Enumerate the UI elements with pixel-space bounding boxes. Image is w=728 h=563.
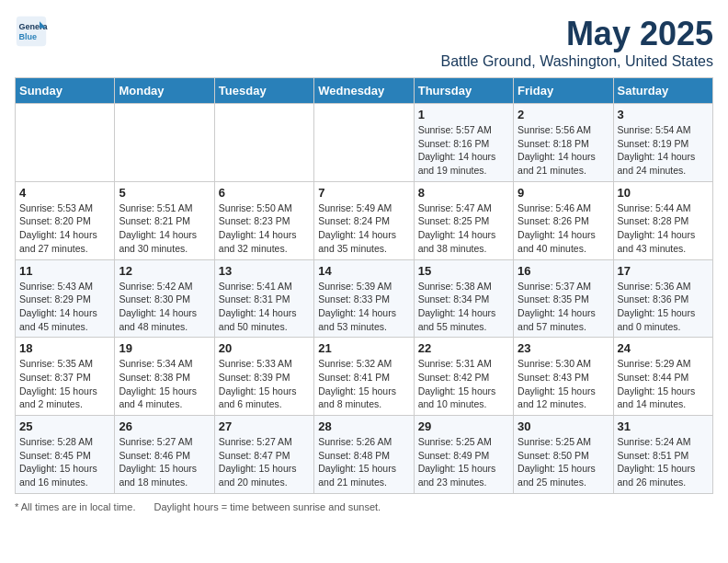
day-number: 19 (119, 341, 210, 355)
day-info: Sunrise: 5:49 AM Sunset: 8:24 PM Dayligh… (318, 201, 409, 256)
day-info: Sunrise: 5:50 AM Sunset: 8:23 PM Dayligh… (219, 201, 310, 256)
day-cell: 26Sunrise: 5:27 AM Sunset: 8:46 PM Dayli… (115, 416, 214, 494)
day-number: 21 (318, 341, 409, 355)
day-number: 11 (19, 264, 110, 278)
day-info: Sunrise: 5:47 AM Sunset: 8:25 PM Dayligh… (418, 201, 509, 256)
day-info: Sunrise: 5:42 AM Sunset: 8:30 PM Dayligh… (119, 280, 210, 334)
month-title: May 2025 (441, 15, 713, 53)
day-info: Sunrise: 5:57 AM Sunset: 8:16 PM Dayligh… (418, 123, 509, 178)
day-info: Sunrise: 5:41 AM Sunset: 8:31 PM Dayligh… (219, 280, 310, 334)
svg-text:Blue: Blue (19, 32, 38, 41)
day-number: 3 (618, 108, 709, 121)
day-number: 26 (119, 419, 210, 433)
day-number: 15 (418, 264, 509, 278)
day-cell: 9Sunrise: 5:46 AM Sunset: 8:26 PM Daylig… (514, 181, 613, 259)
day-cell: 13Sunrise: 5:41 AM Sunset: 8:31 PM Dayli… (214, 259, 313, 338)
day-info: Sunrise: 5:39 AM Sunset: 8:33 PM Dayligh… (318, 280, 409, 334)
day-cell: 23Sunrise: 5:30 AM Sunset: 8:43 PM Dayli… (514, 338, 613, 416)
day-cell: 2Sunrise: 5:56 AM Sunset: 8:18 PM Daylig… (514, 104, 613, 182)
day-number: 18 (19, 341, 110, 355)
day-number: 17 (618, 264, 709, 278)
footer-note1: * All times are in local time. (15, 501, 135, 512)
day-cell: 1Sunrise: 5:57 AM Sunset: 8:16 PM Daylig… (414, 104, 513, 182)
day-info: Sunrise: 5:54 AM Sunset: 8:19 PM Dayligh… (618, 123, 709, 178)
calendar-table: SundayMondayTuesdayWednesdayThursdayFrid… (15, 77, 713, 494)
week-row-4: 18Sunrise: 5:35 AM Sunset: 8:37 PM Dayli… (16, 338, 713, 416)
day-cell: 29Sunrise: 5:25 AM Sunset: 8:49 PM Dayli… (414, 416, 513, 494)
day-cell (314, 104, 414, 182)
logo-icon: General Blue (15, 15, 48, 48)
day-number: 5 (119, 186, 210, 200)
day-cell: 28Sunrise: 5:26 AM Sunset: 8:48 PM Dayli… (314, 416, 414, 494)
day-info: Sunrise: 5:34 AM Sunset: 8:38 PM Dayligh… (119, 357, 210, 411)
day-number: 20 (219, 341, 310, 355)
day-number: 2 (518, 108, 609, 121)
col-header-sunday: Sunday (16, 78, 115, 104)
day-cell: 11Sunrise: 5:43 AM Sunset: 8:29 PM Dayli… (16, 259, 115, 338)
day-cell: 19Sunrise: 5:34 AM Sunset: 8:38 PM Dayli… (115, 338, 214, 416)
day-cell: 5Sunrise: 5:51 AM Sunset: 8:21 PM Daylig… (115, 181, 214, 259)
day-cell: 6Sunrise: 5:50 AM Sunset: 8:23 PM Daylig… (214, 181, 313, 259)
day-number: 31 (618, 419, 709, 433)
day-cell: 27Sunrise: 5:27 AM Sunset: 8:47 PM Dayli… (214, 416, 313, 494)
day-cell: 3Sunrise: 5:54 AM Sunset: 8:19 PM Daylig… (613, 104, 712, 182)
day-number: 13 (219, 264, 310, 278)
day-number: 4 (19, 186, 110, 200)
day-number: 9 (518, 186, 609, 200)
day-cell: 20Sunrise: 5:33 AM Sunset: 8:39 PM Dayli… (214, 338, 313, 416)
day-number: 30 (518, 419, 609, 433)
day-info: Sunrise: 5:43 AM Sunset: 8:29 PM Dayligh… (19, 280, 110, 334)
day-info: Sunrise: 5:44 AM Sunset: 8:28 PM Dayligh… (618, 201, 709, 256)
day-cell: 24Sunrise: 5:29 AM Sunset: 8:44 PM Dayli… (613, 338, 712, 416)
day-number: 12 (119, 264, 210, 278)
day-number: 29 (418, 419, 509, 433)
day-cell: 10Sunrise: 5:44 AM Sunset: 8:28 PM Dayli… (613, 181, 712, 259)
day-info: Sunrise: 5:28 AM Sunset: 8:45 PM Dayligh… (19, 435, 110, 489)
day-info: Sunrise: 5:35 AM Sunset: 8:37 PM Dayligh… (19, 357, 110, 411)
day-number: 6 (219, 186, 310, 200)
col-header-saturday: Saturday (613, 78, 712, 104)
col-header-wednesday: Wednesday (314, 78, 414, 104)
day-info: Sunrise: 5:36 AM Sunset: 8:36 PM Dayligh… (618, 280, 709, 334)
footer-note: * All times are in local time. Daylight … (15, 501, 713, 512)
col-header-tuesday: Tuesday (214, 78, 313, 104)
day-cell: 8Sunrise: 5:47 AM Sunset: 8:25 PM Daylig… (414, 181, 513, 259)
week-row-3: 11Sunrise: 5:43 AM Sunset: 8:29 PM Dayli… (16, 259, 713, 338)
day-cell: 15Sunrise: 5:38 AM Sunset: 8:34 PM Dayli… (414, 259, 513, 338)
day-number: 14 (318, 264, 409, 278)
logo: General Blue (15, 15, 48, 48)
header: General Blue May 2025 Battle Ground, Was… (15, 15, 713, 70)
header-row: SundayMondayTuesdayWednesdayThursdayFrid… (16, 78, 713, 104)
day-number: 10 (618, 186, 709, 200)
day-info: Sunrise: 5:25 AM Sunset: 8:50 PM Dayligh… (518, 435, 609, 489)
day-cell: 31Sunrise: 5:24 AM Sunset: 8:51 PM Dayli… (613, 416, 712, 494)
day-info: Sunrise: 5:32 AM Sunset: 8:41 PM Dayligh… (318, 357, 409, 411)
day-cell: 18Sunrise: 5:35 AM Sunset: 8:37 PM Dayli… (16, 338, 115, 416)
col-header-monday: Monday (115, 78, 214, 104)
day-number: 25 (19, 419, 110, 433)
day-cell: 22Sunrise: 5:31 AM Sunset: 8:42 PM Dayli… (414, 338, 513, 416)
day-cell: 25Sunrise: 5:28 AM Sunset: 8:45 PM Dayli… (16, 416, 115, 494)
col-header-thursday: Thursday (414, 78, 513, 104)
day-info: Sunrise: 5:33 AM Sunset: 8:39 PM Dayligh… (219, 357, 310, 411)
day-number: 23 (518, 341, 609, 355)
week-row-5: 25Sunrise: 5:28 AM Sunset: 8:45 PM Dayli… (16, 416, 713, 494)
location-title: Battle Ground, Washington, United States (441, 53, 713, 70)
day-cell (115, 104, 214, 182)
day-cell: 4Sunrise: 5:53 AM Sunset: 8:20 PM Daylig… (16, 181, 115, 259)
day-cell: 14Sunrise: 5:39 AM Sunset: 8:33 PM Dayli… (314, 259, 414, 338)
day-info: Sunrise: 5:30 AM Sunset: 8:43 PM Dayligh… (518, 357, 609, 411)
day-info: Sunrise: 5:53 AM Sunset: 8:20 PM Dayligh… (19, 201, 110, 256)
day-cell: 21Sunrise: 5:32 AM Sunset: 8:41 PM Dayli… (314, 338, 414, 416)
day-number: 8 (418, 186, 509, 200)
day-cell: 17Sunrise: 5:36 AM Sunset: 8:36 PM Dayli… (613, 259, 712, 338)
week-row-1: 1Sunrise: 5:57 AM Sunset: 8:16 PM Daylig… (16, 104, 713, 182)
day-info: Sunrise: 5:27 AM Sunset: 8:47 PM Dayligh… (219, 435, 310, 489)
day-number: 27 (219, 419, 310, 433)
day-info: Sunrise: 5:31 AM Sunset: 8:42 PM Dayligh… (418, 357, 509, 411)
day-cell: 12Sunrise: 5:42 AM Sunset: 8:30 PM Dayli… (115, 259, 214, 338)
day-info: Sunrise: 5:24 AM Sunset: 8:51 PM Dayligh… (618, 435, 709, 489)
week-row-2: 4Sunrise: 5:53 AM Sunset: 8:20 PM Daylig… (16, 181, 713, 259)
footer-note2: Daylight hours = time between sunrise an… (154, 501, 381, 512)
day-info: Sunrise: 5:46 AM Sunset: 8:26 PM Dayligh… (518, 201, 609, 256)
